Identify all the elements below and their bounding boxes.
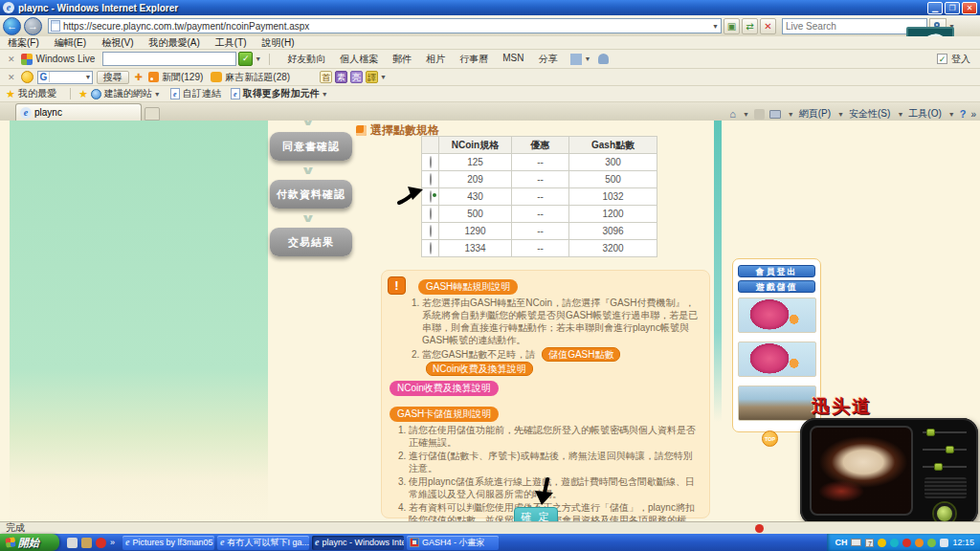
close-button[interactable]: ✕: [962, 2, 977, 14]
tv-power-button[interactable]: [934, 503, 955, 521]
minimize-button[interactable]: ▁: [927, 2, 943, 14]
suggested-sites-link[interactable]: 建議的網站: [104, 87, 152, 100]
safety-menu[interactable]: 安全性(S): [849, 107, 890, 121]
wl-link-profile[interactable]: 個人檔案: [340, 53, 378, 66]
command-overflow-chevron[interactable]: »: [970, 109, 976, 120]
ime-icon[interactable]: 7: [865, 539, 874, 547]
address-field[interactable]: ▼: [48, 18, 722, 33]
addons-dropdown-icon[interactable]: ▼: [322, 91, 328, 98]
custom-links[interactable]: 自訂連結: [183, 87, 221, 100]
ncoin-rate-button[interactable]: NCoin收費及換算說明: [426, 362, 533, 376]
radio-209[interactable]: [430, 173, 432, 186]
menu-help[interactable]: 說明(H): [262, 36, 295, 50]
wl-profile-icon[interactable]: [598, 54, 609, 64]
yahoo-toolbar-close-icon[interactable]: ✕: [8, 73, 15, 82]
wl-apps-dropdown-icon[interactable]: ▼: [584, 55, 590, 62]
stop-button[interactable]: ✕: [760, 18, 776, 34]
help-icon[interactable]: ?: [960, 108, 967, 120]
print-dropdown-icon[interactable]: ▼: [788, 111, 794, 118]
radio-1334[interactable]: [430, 242, 432, 254]
tray-icon-3[interactable]: [902, 539, 911, 547]
refresh-button[interactable]: ⇄: [742, 18, 758, 34]
back-to-top-button[interactable]: TOP: [762, 430, 778, 447]
yahoo-quick-button-2[interactable]: 素: [335, 71, 347, 83]
get-addons-link[interactable]: 取得更多附加元件: [243, 87, 320, 100]
member-logout-button[interactable]: 會員登出: [738, 265, 815, 277]
new-tab-button[interactable]: [145, 107, 160, 121]
compatibility-view-button[interactable]: ▣: [724, 18, 740, 34]
step-payment-info-button[interactable]: 付款資料確認: [270, 180, 352, 209]
tools-menu[interactable]: 工具(O): [908, 107, 941, 121]
wl-link-calendar[interactable]: 行事曆: [459, 53, 488, 66]
tray-icon-4[interactable]: [915, 539, 924, 547]
language-indicator[interactable]: CH: [835, 538, 847, 547]
favorites-button[interactable]: ★ 我的最愛: [0, 87, 62, 100]
wl-apps-grid-icon[interactable]: [570, 54, 582, 65]
menu-file[interactable]: 檔案(F): [8, 36, 39, 50]
url-input[interactable]: [63, 21, 710, 32]
home-dropdown-icon[interactable]: ▼: [743, 111, 749, 118]
yahoo-search-button[interactable]: 搜尋: [97, 71, 129, 84]
live-toolbar-search-input[interactable]: [102, 52, 236, 66]
confirm-button[interactable]: 確 定: [514, 507, 558, 521]
back-button[interactable]: ←: [3, 17, 21, 35]
yahoo-news-link[interactable]: 新聞(129): [162, 71, 203, 84]
tab-plaync[interactable]: e plaync: [15, 103, 142, 121]
task-window-forum[interactable]: e 有冇人可以幫下I ga...: [217, 536, 309, 550]
promo-banner-1[interactable]: [738, 298, 816, 333]
yahoo-quick-button-1[interactable]: 首: [320, 71, 332, 83]
quick-launch-overflow-chevron[interactable]: »: [110, 538, 115, 547]
wl-link-photos[interactable]: 相片: [426, 53, 445, 66]
radio-125[interactable]: [430, 156, 432, 168]
menu-edit[interactable]: 編輯(E): [55, 36, 86, 50]
yahoo-quick-button-3[interactable]: 亮: [350, 71, 363, 83]
tray-icon-2[interactable]: [890, 539, 899, 547]
yahoo-search-box[interactable]: G ▼: [37, 71, 93, 84]
radio-500[interactable]: [430, 208, 432, 220]
print-icon[interactable]: [769, 110, 781, 119]
menu-view[interactable]: 檢視(V): [101, 36, 133, 50]
promo-banner-3[interactable]: [738, 386, 816, 421]
quick-launch-icon-3[interactable]: [96, 538, 106, 548]
tray-clock[interactable]: 12:15: [952, 538, 974, 547]
wl-link-share[interactable]: 分享: [538, 53, 557, 66]
yahoo-search-input[interactable]: [50, 70, 82, 84]
yahoo-more-dropdown-icon[interactable]: ▼: [380, 74, 387, 80]
quick-launch-icon-1[interactable]: [67, 538, 78, 548]
menu-favorites[interactable]: 我的最愛(A): [148, 36, 199, 50]
add-favorite-icon[interactable]: ★: [78, 88, 88, 100]
radio-430-selected[interactable]: [430, 190, 432, 203]
suggested-dropdown-icon[interactable]: ▼: [154, 91, 161, 98]
yahoo-topics-link[interactable]: 麻吉新話題(28): [225, 71, 290, 84]
task-window-pictures[interactable]: e Pictures by lf3man05 -...: [122, 536, 214, 550]
restore-button[interactable]: ❐: [945, 2, 960, 14]
task-window-paint[interactable]: GASH4 - 小畫家: [407, 536, 499, 550]
radio-1290[interactable]: [430, 225, 432, 237]
yahoo-quick-button-4[interactable]: 譯: [366, 71, 378, 83]
tray-icon-1[interactable]: [878, 539, 886, 547]
toolbar-close-icon[interactable]: ✕: [8, 55, 15, 64]
menu-tools[interactable]: 工具(T): [215, 36, 247, 50]
live-search-input[interactable]: [783, 21, 926, 32]
quick-launch-icon-2[interactable]: [81, 538, 92, 548]
step-result-button[interactable]: 交易結果: [270, 228, 352, 256]
status-notification-icon[interactable]: [755, 524, 764, 533]
step-agreement-button[interactable]: 同意書確認: [270, 132, 352, 161]
live-search-go-icon[interactable]: ✓: [238, 52, 253, 66]
tv-slider-2[interactable]: [921, 445, 970, 454]
start-button[interactable]: 開始: [0, 534, 59, 551]
wl-signin[interactable]: ✓ 登入: [937, 53, 970, 66]
yahoo-add-icon[interactable]: ✚: [135, 72, 143, 82]
recharge-gash-button[interactable]: 儲值GASH點數: [542, 347, 620, 362]
live-search-dropdown-icon[interactable]: ▼: [255, 55, 261, 62]
home-icon[interactable]: ⌂: [729, 108, 736, 120]
promo-banner-2[interactable]: [738, 342, 816, 377]
wl-link-friends[interactable]: 好友動向: [287, 53, 325, 66]
page-menu[interactable]: 網頁(P): [799, 107, 831, 121]
tv-slider-1[interactable]: [921, 428, 970, 437]
address-dropdown-icon[interactable]: ▼: [712, 23, 719, 30]
game-topup-button[interactable]: 遊戲儲值: [738, 280, 815, 293]
yahoo-search-dropdown-icon[interactable]: ▼: [85, 74, 92, 80]
task-window-plaync-active[interactable]: e plaync - Windows Inte...: [312, 536, 404, 550]
tv-slider-3[interactable]: [921, 462, 970, 472]
